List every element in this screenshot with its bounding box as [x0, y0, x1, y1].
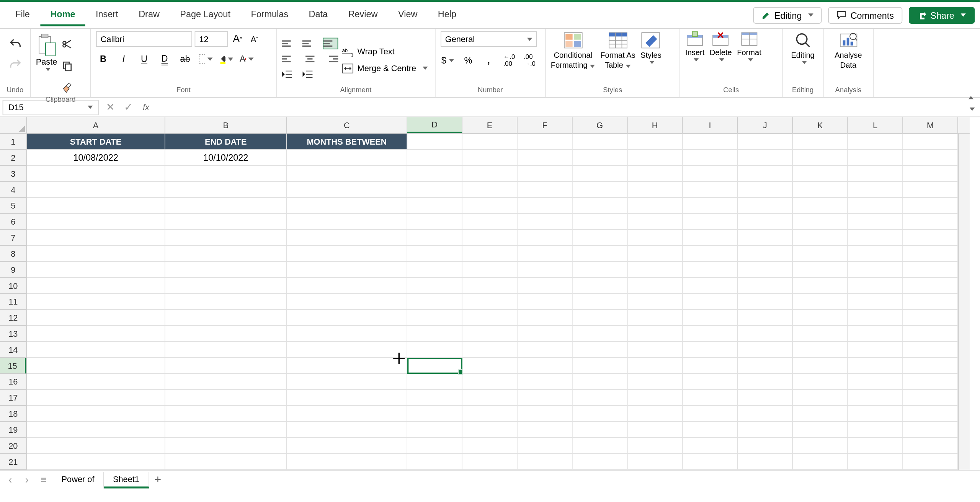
cell-I2[interactable]	[683, 150, 738, 166]
column-header-A[interactable]: A	[27, 117, 165, 133]
cell-M10[interactable]	[903, 278, 958, 294]
cell-M19[interactable]	[903, 422, 958, 438]
align-center-button[interactable]	[302, 53, 318, 64]
cell-I7[interactable]	[683, 230, 738, 246]
cell-L12[interactable]	[848, 310, 903, 326]
row-header-8[interactable]: 8	[0, 246, 26, 262]
cell-B20[interactable]	[165, 438, 287, 454]
cell-M9[interactable]	[903, 262, 958, 278]
cell-K14[interactable]	[793, 342, 848, 358]
row-header-17[interactable]: 17	[0, 390, 26, 406]
column-header-B[interactable]: B	[165, 117, 287, 133]
cell-G17[interactable]	[573, 390, 628, 406]
cell-E2[interactable]	[462, 150, 518, 166]
cell-L18[interactable]	[848, 406, 903, 422]
underline-button[interactable]: U	[137, 52, 151, 66]
cell-I16[interactable]	[683, 374, 738, 390]
cell-J19[interactable]	[738, 422, 793, 438]
cell-J21[interactable]	[738, 454, 793, 470]
cell-D13[interactable]	[407, 326, 462, 342]
column-header-D[interactable]: D	[407, 117, 462, 133]
vertical-scrollbar[interactable]	[958, 134, 970, 470]
cell-H4[interactable]	[628, 182, 683, 198]
cell-M18[interactable]	[903, 406, 958, 422]
column-header-E[interactable]: E	[462, 117, 518, 133]
cell-A2[interactable]: 10/08/2022	[27, 150, 165, 166]
menu-tab-draw[interactable]: Draw	[128, 4, 170, 26]
accept-formula-button[interactable]: ✓	[119, 99, 137, 115]
cell-G20[interactable]	[573, 438, 628, 454]
column-header-J[interactable]: J	[738, 117, 793, 133]
cell-C11[interactable]	[287, 294, 408, 310]
cell-L6[interactable]	[848, 214, 903, 230]
cell-D12[interactable]	[407, 310, 462, 326]
cell-G18[interactable]	[573, 406, 628, 422]
cell-M15[interactable]	[903, 358, 958, 374]
cell-F6[interactable]	[518, 214, 573, 230]
cell-C15[interactable]	[287, 358, 408, 374]
cell-K9[interactable]	[793, 262, 848, 278]
cell-K5[interactable]	[793, 198, 848, 214]
name-box[interactable]: D15	[3, 99, 99, 115]
cell-B13[interactable]	[165, 326, 287, 342]
font-color-button[interactable]: A	[240, 52, 254, 66]
cell-L16[interactable]	[848, 374, 903, 390]
cell-I20[interactable]	[683, 438, 738, 454]
cell-H3[interactable]	[628, 166, 683, 182]
row-header-10[interactable]: 10	[0, 278, 26, 294]
cell-M13[interactable]	[903, 326, 958, 342]
cell-L3[interactable]	[848, 166, 903, 182]
cell-A11[interactable]	[27, 294, 165, 310]
cell-C18[interactable]	[287, 406, 408, 422]
cell-A1[interactable]: START DATE	[27, 134, 165, 150]
cell-I10[interactable]	[683, 278, 738, 294]
cell-A14[interactable]	[27, 342, 165, 358]
cell-C19[interactable]	[287, 422, 408, 438]
cell-D17[interactable]	[407, 390, 462, 406]
cell-G7[interactable]	[573, 230, 628, 246]
cell-E18[interactable]	[462, 406, 518, 422]
cell-M14[interactable]	[903, 342, 958, 358]
grow-font-button[interactable]: A^	[230, 32, 245, 46]
cell-D6[interactable]	[407, 214, 462, 230]
cell-B2[interactable]: 10/10/2022	[165, 150, 287, 166]
cell-K4[interactable]	[793, 182, 848, 198]
cell-D16[interactable]	[407, 374, 462, 390]
cell-F14[interactable]	[518, 342, 573, 358]
cell-L14[interactable]	[848, 342, 903, 358]
cell-K6[interactable]	[793, 214, 848, 230]
cell-B18[interactable]	[165, 406, 287, 422]
cell-I17[interactable]	[683, 390, 738, 406]
row-header-1[interactable]: 1	[0, 134, 26, 150]
cell-J6[interactable]	[738, 214, 793, 230]
fill-color-button[interactable]	[219, 52, 233, 66]
cell-E21[interactable]	[462, 454, 518, 470]
cell-B12[interactable]	[165, 310, 287, 326]
cell-D8[interactable]	[407, 246, 462, 262]
editing-mode-button[interactable]: Editing	[753, 7, 822, 23]
fx-icon[interactable]: fx	[137, 99, 155, 115]
cell-K21[interactable]	[793, 454, 848, 470]
cell-E9[interactable]	[462, 262, 518, 278]
font-size-select[interactable]	[195, 31, 228, 47]
cell-J4[interactable]	[738, 182, 793, 198]
cell-F3[interactable]	[518, 166, 573, 182]
cell-F8[interactable]	[518, 246, 573, 262]
cell-M7[interactable]	[903, 230, 958, 246]
cell-L1[interactable]	[848, 134, 903, 150]
cell-D2[interactable]	[407, 150, 462, 166]
increase-decimal-button[interactable]: ←.0.00	[502, 53, 516, 67]
cell-G3[interactable]	[573, 166, 628, 182]
cell-I14[interactable]	[683, 342, 738, 358]
decrease-indent-button[interactable]	[282, 68, 297, 80]
cell-H9[interactable]	[628, 262, 683, 278]
formula-input[interactable]	[155, 99, 967, 115]
row-header-2[interactable]: 2	[0, 150, 26, 166]
cell-C12[interactable]	[287, 310, 408, 326]
cell-J14[interactable]	[738, 342, 793, 358]
cell-I4[interactable]	[683, 182, 738, 198]
cell-K15[interactable]	[793, 358, 848, 374]
cell-A6[interactable]	[27, 214, 165, 230]
cell-M21[interactable]	[903, 454, 958, 470]
cell-C20[interactable]	[287, 438, 408, 454]
